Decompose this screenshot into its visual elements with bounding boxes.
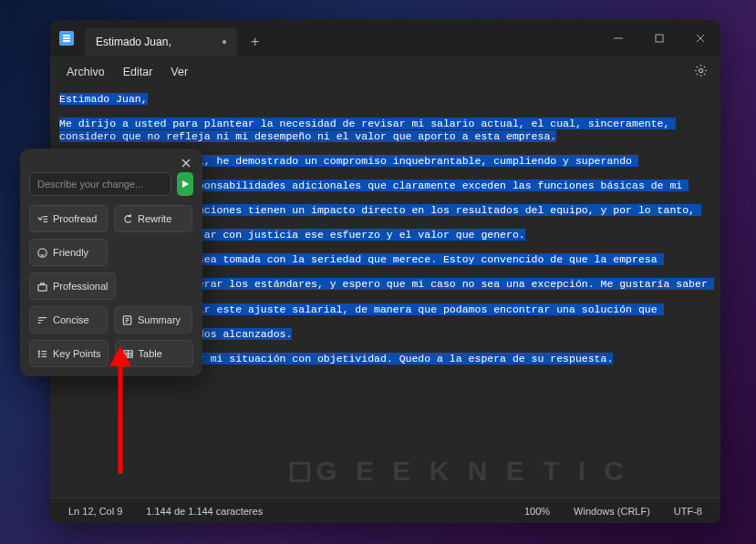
- keypoints-button[interactable]: Key Points: [29, 340, 109, 367]
- proofread-icon: [36, 213, 48, 225]
- document-tab[interactable]: Estimado Juan,: [85, 27, 237, 56]
- close-icon: [696, 34, 705, 43]
- svg-point-5: [38, 351, 39, 352]
- concise-button[interactable]: Concise: [29, 306, 108, 334]
- friendly-button[interactable]: Friendly: [29, 239, 108, 266]
- maximize-button[interactable]: [638, 20, 679, 56]
- svg-point-1: [699, 68, 702, 72]
- briefcase-icon: [36, 281, 48, 293]
- menu-view[interactable]: Ver: [161, 62, 197, 82]
- zoom-level[interactable]: 100%: [517, 504, 557, 518]
- button-label: Rewrite: [138, 213, 171, 224]
- summary-icon: [121, 314, 133, 326]
- menubar: Archivo Editar Ver: [50, 56, 720, 87]
- svg-point-6: [38, 353, 39, 354]
- new-tab-button[interactable]: +: [243, 29, 268, 55]
- button-label: Friendly: [53, 247, 88, 258]
- menu-file[interactable]: Archivo: [57, 62, 114, 82]
- svg-rect-0: [656, 35, 663, 42]
- char-count: 1.144 de 1.144 caracteres: [139, 504, 270, 518]
- plus-icon: +: [251, 34, 259, 50]
- close-window-button[interactable]: [679, 20, 720, 56]
- play-icon: [181, 180, 190, 189]
- cursor-position: Ln 12, Col 9: [61, 504, 129, 518]
- notepad-app-icon: [59, 31, 74, 46]
- describe-change-input[interactable]: [29, 172, 171, 196]
- line-ending[interactable]: Windows (CRLF): [566, 504, 658, 518]
- minimize-icon: [614, 34, 623, 43]
- concise-icon: [36, 314, 48, 326]
- rewrite-icon: [121, 213, 133, 225]
- professional-button[interactable]: Professional: [29, 272, 116, 300]
- selected-text: Me dirijo a usted para plantear la neces…: [59, 118, 676, 142]
- gear-icon: [694, 64, 708, 77]
- settings-button[interactable]: [689, 58, 713, 86]
- titlebar: Estimado Juan, +: [50, 20, 720, 56]
- svg-point-7: [38, 355, 39, 356]
- summary-button[interactable]: Summary: [114, 306, 192, 334]
- svg-rect-3: [38, 284, 47, 291]
- button-label: Proofread: [53, 213, 97, 224]
- button-label: Table: [139, 348, 162, 359]
- encoding[interactable]: UTF-8: [667, 504, 709, 518]
- button-label: Concise: [53, 314, 89, 325]
- selected-text: Estimado Juan,: [59, 93, 148, 105]
- table-button[interactable]: Table: [115, 340, 193, 367]
- unsaved-indicator-icon: [223, 40, 226, 44]
- minimize-button[interactable]: [597, 20, 638, 56]
- button-label: Professional: [53, 281, 109, 292]
- submit-change-button[interactable]: [177, 172, 193, 196]
- button-label: Summary: [138, 314, 181, 325]
- statusbar: Ln 12, Col 9 1.144 de 1.144 caracteres 1…: [50, 498, 720, 523]
- table-icon: [122, 348, 134, 360]
- list-icon: [36, 348, 48, 360]
- svg-point-2: [38, 248, 47, 256]
- button-label: Key Points: [53, 348, 101, 359]
- tab-title: Estimado Juan,: [96, 36, 171, 48]
- ai-rewrite-popup: Proofread Rewrite Friendly Professional …: [20, 149, 202, 376]
- selected-text: r mi situación con objetividad. Quedo a …: [198, 353, 613, 364]
- maximize-icon: [655, 34, 664, 43]
- proofread-button[interactable]: Proofread: [29, 205, 108, 232]
- popup-close-button[interactable]: [177, 154, 195, 172]
- menu-edit[interactable]: Editar: [114, 62, 162, 82]
- rewrite-button[interactable]: Rewrite: [114, 205, 192, 232]
- close-icon: [181, 159, 191, 168]
- friendly-icon: [36, 247, 48, 259]
- selected-text: jar con justicia ese esfuerzo y el valor…: [198, 229, 525, 241]
- selected-text: dos alcanzados.: [198, 328, 293, 340]
